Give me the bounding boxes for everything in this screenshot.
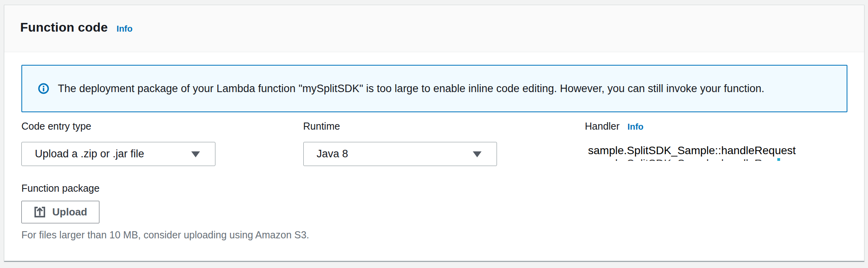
runtime-value: Java 8 <box>317 148 348 160</box>
function-package-section: Function package Upload For files larger… <box>21 183 847 241</box>
panel-info-link[interactable]: Info <box>116 24 132 34</box>
alert-message: The deployment package of your Lambda fu… <box>58 82 764 95</box>
info-circle-icon <box>38 83 49 94</box>
handler-info-link[interactable]: Info <box>628 122 643 132</box>
handler-label: Handler <box>585 121 620 132</box>
info-alert: The deployment package of your Lambda fu… <box>21 65 847 112</box>
code-entry-type-select[interactable]: Upload a .zip or .jar file <box>21 142 215 166</box>
code-entry-type-label: Code entry type <box>21 121 215 132</box>
code-entry-type-field: Code entry type Upload a .zip or .jar fi… <box>21 121 215 166</box>
runtime-label: Runtime <box>303 121 497 132</box>
panel-header: Function code Info <box>4 5 864 52</box>
upload-icon <box>34 206 46 218</box>
runtime-field: Runtime Java 8 <box>303 121 497 166</box>
text-cursor <box>777 158 780 161</box>
chevron-down-icon <box>191 151 200 157</box>
handler-clipped-artifact: sample.SplitSDK_Sample::handleRequest <box>588 158 780 161</box>
upload-helper-text: For files larger than 10 MB, consider up… <box>21 229 847 241</box>
handler-value[interactable]: sample.SplitSDK_Sample::handleRequest <box>585 145 847 157</box>
function-code-panel: Function code Info The deployment packag… <box>4 5 864 262</box>
panel-title: Function code <box>20 20 108 35</box>
function-package-label: Function package <box>21 183 847 194</box>
code-entry-type-value: Upload a .zip or .jar file <box>35 148 144 160</box>
upload-button[interactable]: Upload <box>21 201 99 223</box>
code-settings-row: Code entry type Upload a .zip or .jar fi… <box>21 121 847 166</box>
handler-field: Handler Info sample.SplitSDK_Sample::han… <box>585 121 847 166</box>
chevron-down-icon <box>473 151 482 157</box>
runtime-select[interactable]: Java 8 <box>303 142 497 166</box>
panel-body: The deployment package of your Lambda fu… <box>4 52 864 241</box>
upload-button-label: Upload <box>52 206 87 218</box>
